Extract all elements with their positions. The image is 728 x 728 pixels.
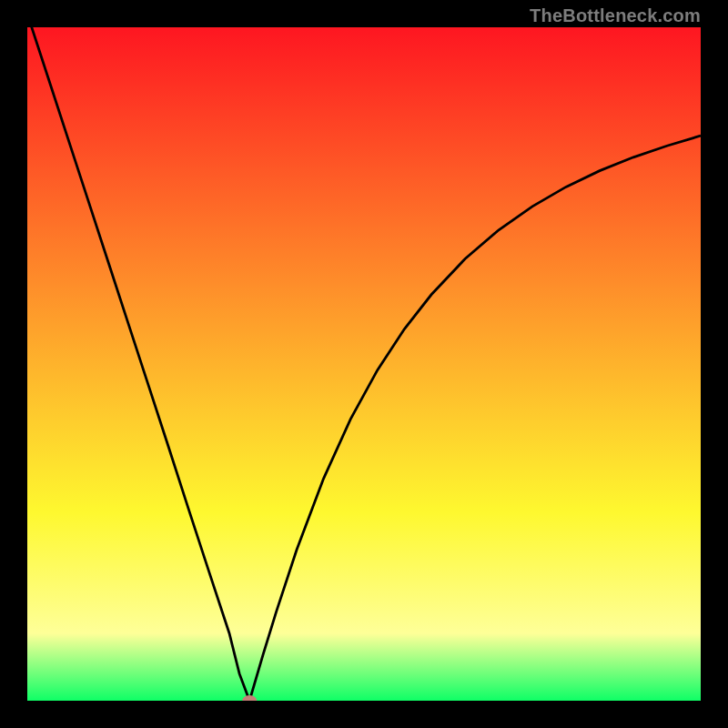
bottleneck-chart bbox=[27, 27, 701, 701]
attribution-text: TheBottleneck.com bbox=[530, 5, 701, 26]
gradient-background bbox=[27, 27, 701, 701]
plot-frame bbox=[27, 27, 701, 701]
